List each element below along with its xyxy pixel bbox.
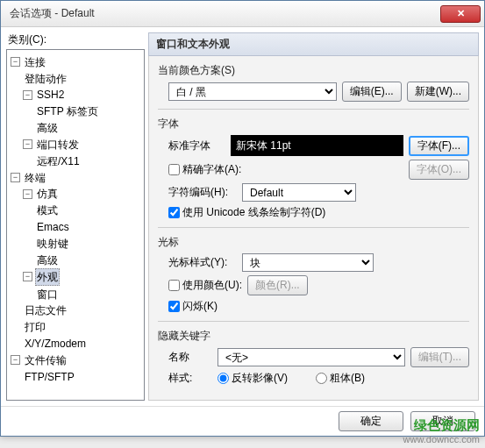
scheme-edit-button[interactable]: 编辑(E)... <box>342 82 402 102</box>
dialog-footer: 确定 取消 <box>1 406 484 436</box>
unicode-lines-checkbox[interactable]: 使用 Unicode 线条绘制字符(D) <box>168 205 325 220</box>
tree-advanced2[interactable]: 高级 <box>35 252 60 268</box>
font-button[interactable]: 字体(F)... <box>409 136 469 156</box>
tree-emulation[interactable]: 仿真 <box>35 186 60 202</box>
tree-sftp-tab[interactable]: SFTP 标签页 <box>35 103 100 119</box>
scheme-select[interactable]: 白 / 黑 <box>168 82 337 101</box>
expand-icon[interactable]: − <box>23 189 32 199</box>
window-title: 会话选项 - Default <box>10 6 440 21</box>
tree-remote-x11[interactable]: 远程/X11 <box>35 153 82 169</box>
color-button: 颜色(R)... <box>247 275 308 295</box>
dialog-window: 会话选项 - Default ✕ 类别(C): −连接 登陆动作 −SSH2 S… <box>0 0 485 437</box>
tree-window-item[interactable]: 窗口 <box>35 287 60 302</box>
font-button-2: 字体(O)... <box>409 160 469 180</box>
category-tree[interactable]: −连接 登陆动作 −SSH2 SFTP 标签页 高级 −端口转发 远程/X11 <box>6 49 145 401</box>
cursor-style-label: 光标样式(Y): <box>168 255 237 270</box>
font-sample: 新宋体 11pt <box>231 135 403 156</box>
scheme-new-button[interactable]: 新建(W)... <box>407 82 469 102</box>
tree-terminal[interactable]: 终端 <box>23 170 47 186</box>
form-panel: 当前颜色方案(S) 白 / 黑 编辑(E)... 新建(W)... 字体 标准字… <box>148 56 479 401</box>
expand-icon[interactable]: − <box>11 57 20 67</box>
tree-ftp-sftp[interactable]: FTP/SFTP <box>23 369 76 385</box>
hidden-name-select[interactable]: <无> <box>218 348 405 366</box>
tree-keymap[interactable]: 映射键 <box>35 236 70 252</box>
precise-font-checkbox[interactable]: 精确字体(A): <box>168 162 403 177</box>
hidden-style-label: 样式: <box>168 371 212 386</box>
expand-icon[interactable]: − <box>11 173 20 182</box>
tree-print[interactable]: 打印 <box>23 319 47 335</box>
use-color-checkbox[interactable]: 使用颜色(U): <box>168 278 242 293</box>
hidden-edit-button: 编辑(T)... <box>410 347 469 367</box>
expand-icon[interactable]: − <box>23 90 32 100</box>
tree-file-transfer[interactable]: 文件传输 <box>23 352 68 368</box>
section-title: 窗口和文本外观 <box>148 32 479 56</box>
bold-radio[interactable]: 粗体(B) <box>316 371 365 386</box>
scheme-label: 当前颜色方案(S) <box>158 63 469 78</box>
category-label: 类别(C): <box>6 32 145 47</box>
encoding-select[interactable]: Default <box>242 183 356 202</box>
tree-ssh2[interactable]: SSH2 <box>35 87 66 103</box>
tree-xyzmodem[interactable]: X/Y/Zmodem <box>23 336 88 352</box>
ok-button[interactable]: 确定 <box>339 411 403 431</box>
blink-checkbox[interactable]: 闪烁(K) <box>168 299 218 314</box>
encoding-label: 字符编码(H): <box>168 185 237 200</box>
cursor-group: 光标 <box>158 235 469 250</box>
tree-login-actions[interactable]: 登陆动作 <box>23 71 68 87</box>
tree-logfile[interactable]: 日志文件 <box>23 302 68 318</box>
close-button[interactable]: ✕ <box>440 5 481 23</box>
std-font-label: 标准字体 <box>168 139 225 153</box>
font-group: 字体 <box>158 117 469 132</box>
cursor-style-select[interactable]: 块 <box>242 253 374 272</box>
tree-appearance[interactable]: 外观 <box>35 268 60 286</box>
tree-mode[interactable]: 模式 <box>35 203 60 218</box>
cancel-button[interactable]: 取消 <box>410 411 475 431</box>
expand-icon[interactable]: − <box>23 139 32 149</box>
reverse-radio[interactable]: 反转影像(V) <box>218 371 288 386</box>
expand-icon[interactable]: − <box>11 355 20 365</box>
hidden-name-label: 名称 <box>168 350 212 365</box>
expand-icon[interactable]: − <box>23 272 32 281</box>
tree-connection[interactable]: 连接 <box>23 54 47 70</box>
tree-port-forward[interactable]: 端口转发 <box>35 137 81 153</box>
hidden-group: 隐藏关键字 <box>158 329 469 344</box>
tree-emacs[interactable]: Emacs <box>35 219 71 235</box>
tree-advanced[interactable]: 高级 <box>35 120 60 136</box>
titlebar: 会话选项 - Default ✕ <box>1 1 484 27</box>
